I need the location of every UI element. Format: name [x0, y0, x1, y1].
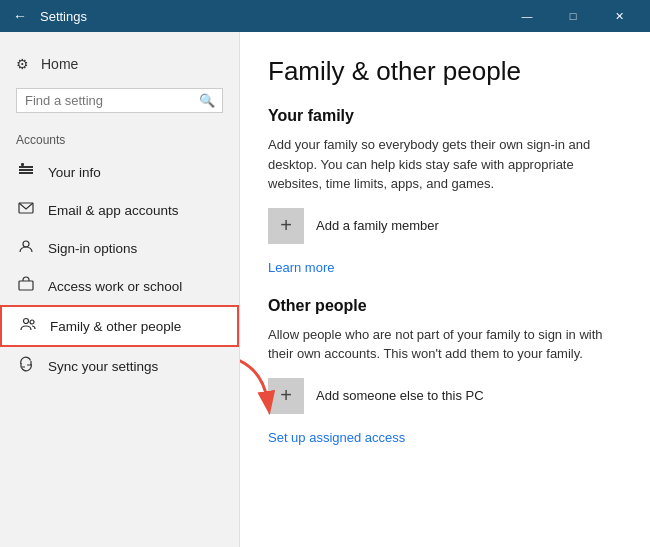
your-family-description: Add your family so everybody gets their … — [268, 135, 622, 194]
maximize-button[interactable]: □ — [550, 0, 596, 32]
set-assigned-access-link[interactable]: Set up assigned access — [268, 430, 405, 445]
sidebar-item-home[interactable]: ⚙ Home — [0, 48, 239, 80]
search-box[interactable]: 🔍 — [16, 88, 223, 113]
other-people-title: Other people — [268, 297, 622, 315]
sync-icon — [16, 356, 36, 376]
sidebar-item-sign-in-options[interactable]: Sign-in options — [0, 229, 239, 267]
sidebar-item-family-other-people[interactable]: Family & other people — [0, 305, 239, 347]
svg-rect-6 — [19, 281, 33, 290]
svg-rect-1 — [19, 169, 33, 171]
sidebar-section-label: Accounts — [0, 121, 239, 153]
window-controls: — □ ✕ — [504, 0, 642, 32]
sidebar-item-email-app-accounts[interactable]: Email & app accounts — [0, 191, 239, 229]
svg-rect-2 — [19, 172, 33, 174]
svg-point-8 — [30, 320, 34, 324]
svg-rect-3 — [21, 163, 24, 166]
back-button[interactable]: ← — [8, 4, 32, 28]
other-people-section: Other people Allow people who are not pa… — [268, 297, 622, 446]
family-label: Family & other people — [50, 319, 181, 334]
learn-more-link[interactable]: Learn more — [268, 260, 334, 275]
main-content: Family & other people Your family Add yo… — [240, 32, 650, 547]
your-family-title: Your family — [268, 107, 622, 125]
search-input[interactable] — [25, 93, 193, 108]
svg-rect-0 — [19, 166, 33, 168]
email-label: Email & app accounts — [48, 203, 179, 218]
home-icon: ⚙ — [16, 56, 29, 72]
search-icon: 🔍 — [199, 93, 215, 108]
add-family-member-row[interactable]: + Add a family member — [268, 208, 622, 244]
email-icon — [16, 200, 36, 220]
sidebar-home-label: Home — [41, 56, 78, 72]
app-container: ⚙ Home 🔍 Accounts Your info Email & app … — [0, 32, 650, 547]
work-label: Access work or school — [48, 279, 182, 294]
work-icon — [16, 276, 36, 296]
family-icon — [18, 316, 38, 336]
titlebar-title: Settings — [40, 9, 504, 24]
minimize-button[interactable]: — — [504, 0, 550, 32]
add-someone-button[interactable]: + — [268, 378, 304, 414]
plus-icon: + — [280, 214, 292, 237]
svg-point-5 — [23, 241, 29, 247]
sidebar: ⚙ Home 🔍 Accounts Your info Email & app … — [0, 32, 240, 547]
signin-label: Sign-in options — [48, 241, 137, 256]
svg-point-7 — [24, 319, 29, 324]
titlebar: ← Settings — □ ✕ — [0, 0, 650, 32]
add-family-member-button[interactable]: + — [268, 208, 304, 244]
plus-icon-2: + — [280, 384, 292, 407]
close-button[interactable]: ✕ — [596, 0, 642, 32]
add-family-member-label: Add a family member — [316, 218, 439, 233]
add-someone-label: Add someone else to this PC — [316, 388, 484, 403]
signin-icon — [16, 238, 36, 258]
other-people-description: Allow people who are not part of your fa… — [268, 325, 622, 364]
your-info-label: Your info — [48, 165, 101, 180]
sidebar-item-your-info[interactable]: Your info — [0, 153, 239, 191]
sidebar-item-sync-settings[interactable]: Sync your settings — [0, 347, 239, 385]
sidebar-item-access-work-school[interactable]: Access work or school — [0, 267, 239, 305]
your-family-section: Your family Add your family so everybody… — [268, 107, 622, 297]
your-info-icon — [16, 162, 36, 182]
sync-label: Sync your settings — [48, 359, 158, 374]
page-title: Family & other people — [268, 56, 622, 87]
